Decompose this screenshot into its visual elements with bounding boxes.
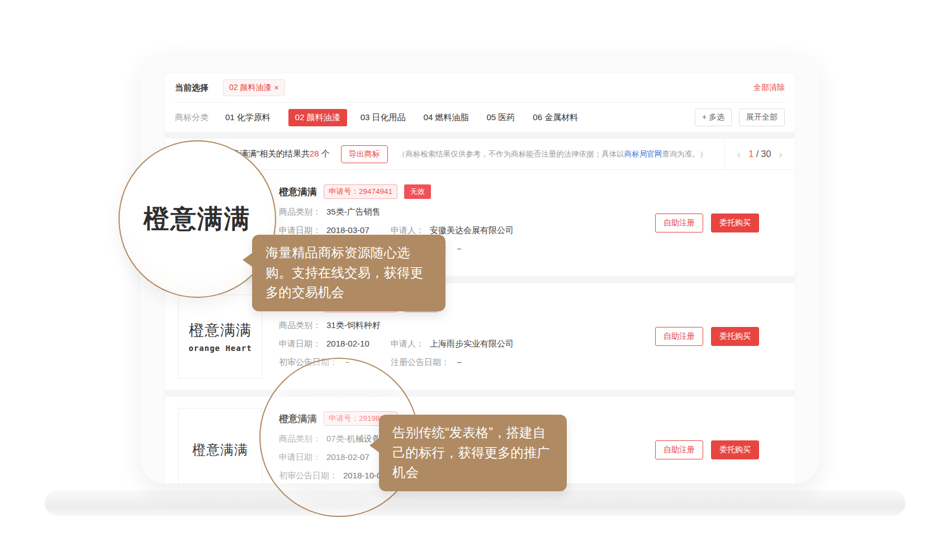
category-item-04[interactable]: 04 燃料油脂 [424, 112, 469, 123]
laptop-base [45, 490, 906, 516]
category-item-05[interactable]: 05 医药 [486, 112, 515, 123]
category-field-value: 31类-饲料种籽 [326, 320, 381, 331]
trademark-title: 橙意满满 [279, 186, 317, 198]
trademark-thumbnail: 橙意满满 orange Heart [178, 295, 262, 378]
applicant-label: 申请人： [391, 339, 424, 349]
self-register-button[interactable]: 自助注册 [655, 327, 703, 346]
category-row: 商标分类 01 化学原料 02 颜料油漆 03 日化用品 04 燃料油脂 05 … [175, 103, 785, 132]
export-trademarks-button[interactable]: 导出商标 [341, 145, 388, 163]
reg-notice-label: 注册公告日期： [391, 357, 449, 368]
category-item-01[interactable]: 01 化学原料 [225, 112, 271, 123]
callout-tooltip-marketplace: 海量精品商标资源随心选购。支持在线交易，获得更多的交易机会 [252, 235, 445, 311]
row-actions: 自助注册 委托购买 [655, 327, 759, 346]
category-field-value: 35类-广告销售 [326, 207, 381, 217]
pagination-current: 1 [748, 149, 753, 159]
category-field-label: 商品类别： [279, 207, 321, 217]
applicant-value: 安徽美达会展有限公司 [430, 225, 514, 236]
entrust-buy-button[interactable]: 委托购买 [711, 440, 759, 459]
clear-all-button[interactable]: 全部清除 [753, 83, 785, 93]
results-count: 28 [310, 149, 319, 158]
close-icon[interactable]: × [274, 83, 278, 92]
chevron-left-icon[interactable]: ‹ [737, 149, 741, 160]
entrust-buy-button[interactable]: 委托购买 [711, 213, 759, 232]
trademark-office-link[interactable]: 商标局官网 [624, 150, 662, 158]
entrust-buy-button[interactable]: 委托购买 [711, 327, 759, 346]
apply-date-label: 申请日期： [279, 339, 321, 349]
pagination: ‹ 1 / 30 › [724, 139, 795, 169]
self-register-button[interactable]: 自助注册 [655, 440, 703, 459]
status-badge: 无效 [404, 184, 431, 199]
current-selection-row: 当前选择 02 颜料油漆 × 全部清除 [175, 73, 785, 102]
magnified-trademark-text: 橙意满满 [144, 202, 251, 236]
pagination-total: 30 [761, 149, 771, 159]
results-header: 为您检索到“橙意满满”相关的结果共28 个 导出商标 （商标检索结果仅供参考，不… [165, 139, 795, 170]
expand-all-button[interactable]: 展开全部 [739, 108, 785, 126]
tooltip-arrow-icon [369, 438, 380, 453]
category-field-label: 商品类别： [279, 320, 321, 331]
category-item-03[interactable]: 03 日化用品 [361, 112, 406, 123]
results-unit: 个 [319, 149, 330, 158]
selected-filter-tag-label: 02 颜料油漆 [229, 83, 271, 93]
multi-select-button[interactable]: + 多选 [695, 108, 732, 126]
row-actions: 自助注册 委托购买 [655, 440, 759, 459]
reg-notice-value: － [455, 357, 463, 368]
trademark-image-text: 橙意满满 [189, 320, 252, 340]
chevron-right-icon[interactable]: › [779, 149, 783, 160]
results-disclaimer: （商标检索结果仅供参考，不作为商标能否注册的法律依据；具体以商标局官网查询为准。… [398, 149, 708, 159]
trademark-thumbnail: 橙意满满 [178, 408, 262, 483]
application-number-tag: 申请号：29474941 [324, 184, 397, 199]
current-selection-label: 当前选择 [175, 83, 208, 93]
row-actions: 自助注册 委托购买 [655, 213, 759, 232]
callout-tooltip-promotion: 告别传统“发表格”，搭建自己的标行，获得更多的推广机会 [379, 415, 567, 491]
applicant-value: 上海雨步实业有限公司 [430, 339, 514, 349]
reg-notice-value: － [455, 244, 463, 254]
category-item-02-selected[interactable]: 02 颜料油漆 [288, 109, 347, 126]
self-register-button[interactable]: 自助注册 [655, 213, 703, 232]
category-row-label: 商标分类 [175, 112, 208, 123]
selected-filter-tag[interactable]: 02 颜料油漆 × [223, 79, 285, 96]
row-gap [165, 390, 795, 397]
apply-date-value: 2018-02-10 [326, 339, 369, 349]
card-gap [164, 132, 795, 138]
filter-panel: 当前选择 02 颜料油漆 × 全部清除 商标分类 01 化学原料 02 颜料油漆… [164, 73, 795, 132]
trademark-image-subtext: orange Heart [188, 344, 252, 353]
category-item-06[interactable]: 06 金属材料 [533, 112, 578, 123]
tooltip-arrow-icon [243, 253, 253, 267]
trademark-image-text: 橙意满满 [192, 441, 248, 459]
